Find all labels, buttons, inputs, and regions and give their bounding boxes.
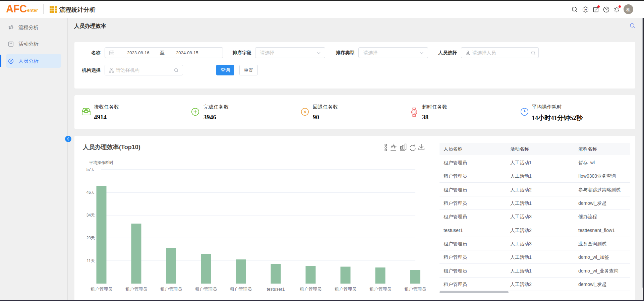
- svg-text:租户管理员: 租户管理员: [125, 287, 148, 292]
- svg-text:租户管理员: 租户管理员: [369, 287, 392, 292]
- svg-text:testuser1: testuser1: [267, 287, 285, 292]
- svg-text:23天: 23天: [86, 236, 95, 240]
- svg-text:租户管理员: 租户管理员: [160, 287, 182, 292]
- svg-text:34天: 34天: [86, 213, 95, 218]
- svg-text:租户管理员: 租户管理员: [195, 287, 217, 292]
- svg-text:AI: AI: [584, 8, 587, 11]
- svg-text:租户管理员: 租户管理员: [300, 287, 322, 292]
- svg-text:11天: 11天: [87, 258, 95, 263]
- svg-text:租户管理员: 租户管理员: [335, 287, 357, 292]
- svg-text:租户管理员: 租户管理员: [404, 287, 426, 292]
- svg-text:平均操作耗时: 平均操作耗时: [89, 160, 113, 165]
- svg-text:租户管理员: 租户管理员: [230, 287, 252, 292]
- svg-text:57天: 57天: [86, 167, 95, 172]
- svg-text:人员办理效率(Top10): 人员办理效率(Top10): [82, 144, 140, 150]
- svg-text:租户管理员: 租户管理员: [91, 287, 113, 292]
- svg-text:46天: 46天: [86, 190, 95, 195]
